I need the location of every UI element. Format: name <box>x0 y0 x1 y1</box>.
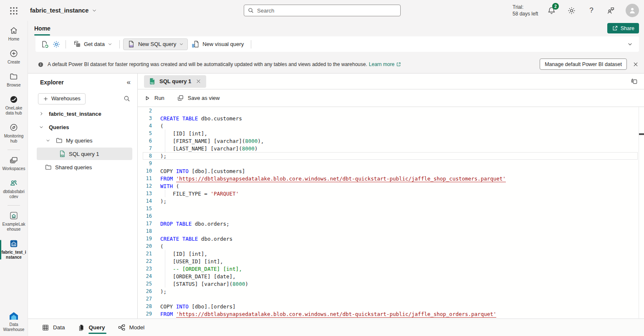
chevron-down-icon[interactable] <box>38 124 45 130</box>
save-as-view-button[interactable]: Save as view <box>177 94 220 102</box>
code-line-9[interactable]: 9 <box>138 160 639 167</box>
ribbon-expander-chevron[interactable] <box>624 38 636 50</box>
tree-item-my-queries[interactable]: My queries <box>28 134 137 147</box>
new-visual-query-button[interactable]: New visual query <box>188 38 247 50</box>
query-toolbar: Run Save as view <box>138 89 644 107</box>
chevron-down-icon <box>92 8 97 13</box>
rail-item-onelake-data-hub[interactable]: OneLakedata hub <box>0 92 28 120</box>
code-line-29[interactable]: 29FROM 'https://dbtlabsynapsedatalake.bl… <box>138 310 639 318</box>
code-line-16[interactable]: 16 <box>138 212 639 220</box>
code-line-7[interactable]: 7 [LAST_NAME] [varchar](8000) <box>138 145 639 152</box>
feedback-button[interactable] <box>606 6 615 15</box>
tree-item-shared-queries[interactable]: Shared queries <box>28 160 137 174</box>
code-line-24[interactable]: 24 [ORDER_DATE] [date], <box>138 272 639 280</box>
copy-icon[interactable] <box>631 78 638 85</box>
code-line-23[interactable]: 23 -- [ORDER_DATE] [int], <box>138 265 639 272</box>
code-line-21[interactable]: 21 [ID] [int], <box>138 250 639 257</box>
code-line-3[interactable]: 3CREATE TABLE dbo.customers <box>138 115 639 122</box>
main-content: Explorer « Warehouses fabric_test_instan… <box>28 73 644 318</box>
rail-item-label: Workspaces <box>3 166 25 171</box>
code-line-5[interactable]: 5 [ID] [int], <box>138 130 639 137</box>
code-line-13[interactable]: 13 FILE_TYPE = 'PARQUET' <box>138 190 639 197</box>
code-line-20[interactable]: 20( <box>138 242 639 250</box>
chevron-down-icon[interactable] <box>45 137 51 144</box>
code-line-18[interactable]: 18 <box>138 227 639 235</box>
tree-item-queries[interactable]: Queries <box>28 120 137 134</box>
refresh-query-button[interactable] <box>39 38 51 50</box>
learn-more-link[interactable]: Learn more <box>369 61 401 67</box>
sql-code-area[interactable]: 23CREATE TABLE dbo.customers4(5 [ID] [in… <box>138 107 639 318</box>
rail-item-data-warehouse[interactable]: DataWarehouse <box>0 308 28 336</box>
code-line-26[interactable]: 26); <box>138 288 639 295</box>
global-search[interactable] <box>244 5 401 16</box>
app-launcher-icon[interactable] <box>8 5 19 16</box>
rail-item-monitoring-hub[interactable]: Monitoringhub <box>0 120 28 148</box>
line-number: 27 <box>138 296 152 302</box>
code-line-17[interactable]: 17DROP TABLE dbo.orders; <box>138 220 639 227</box>
tree-item-sql-query-1[interactable]: SQLSQL query 1 <box>28 147 137 160</box>
code-text: COPY INTO [dbo].[customers] <box>160 168 245 174</box>
view-tab-data[interactable]: Data <box>42 319 65 336</box>
new-sql-query-button[interactable]: SQL New SQL query <box>123 38 188 50</box>
rail-item-workspaces[interactable]: Workspaces <box>0 152 28 175</box>
view-tab-model[interactable]: Model <box>118 319 145 336</box>
chevron-right-icon[interactable] <box>38 110 45 117</box>
line-number: 23 <box>138 266 152 272</box>
line-number: 18 <box>138 228 152 234</box>
model-icon <box>118 323 126 331</box>
code-line-15[interactable]: 15 <box>138 205 639 212</box>
rail-item-dbtlabsfabricdev[interactable]: dbtlabsfabricdev <box>0 175 28 203</box>
code-line-10[interactable]: 10COPY INTO [dbo].[customers] <box>138 167 639 175</box>
rail-item-examplelakehouse[interactable]: ExampleLakehouse <box>0 208 28 236</box>
search-input[interactable] <box>257 8 397 14</box>
rail-item-label: OneLakedata hub <box>5 106 23 116</box>
tab-sql-query-1[interactable]: SQL SQL query 1 <box>144 75 206 88</box>
rail-item-fabric-test-instance[interactable]: fabric_test_instance <box>0 236 28 264</box>
editor-scrollbar[interactable] <box>639 107 644 318</box>
tree-item-fabric-test-instance[interactable]: fabric_test_instance <box>28 107 137 120</box>
code-line-11[interactable]: 11FROM 'https://dbtlabsynapsedatalake.bl… <box>138 175 639 182</box>
get-data-button[interactable]: Get data <box>69 38 116 50</box>
code-line-12[interactable]: 12WITH ( <box>138 182 639 190</box>
code-line-28[interactable]: 28COPY INTO [dbo].[orders] <box>138 303 639 310</box>
code-line-25[interactable]: 25 [STATUS] [varchar](8000) <box>138 280 639 288</box>
code-line-19[interactable]: 19CREATE TABLE dbo.orders <box>138 235 639 242</box>
code-text: COPY INTO [dbo].[orders] <box>160 303 236 310</box>
explorer-tree: fabric_test_instanceQueriesMy queriesSQL… <box>28 107 137 174</box>
code-line-2[interactable]: 2 <box>138 107 639 115</box>
code-line-6[interactable]: 6 [FIRST_NAME] [varchar](8000), <box>138 137 639 145</box>
banner-close-icon[interactable] <box>631 60 640 69</box>
default-dataset-banner: A default Power BI dataset for faster re… <box>28 59 644 70</box>
indent-guide <box>165 130 165 137</box>
rail-item-create[interactable]: Create <box>0 46 28 69</box>
query-settings-gear-icon[interactable] <box>51 38 62 50</box>
notifications-button[interactable]: 2 <box>547 6 556 15</box>
tree-item-label: My queries <box>66 137 93 144</box>
collapse-panel-icon[interactable]: « <box>127 78 131 87</box>
code-line-14[interactable]: 14); <box>138 197 639 205</box>
tab-home[interactable]: Home <box>34 21 51 36</box>
code-line-8[interactable]: 8); <box>138 152 639 160</box>
help-button[interactable]: ? <box>587 6 596 15</box>
settings-gear-icon[interactable] <box>567 6 576 15</box>
rail-item-browse[interactable]: Browse <box>0 69 28 92</box>
explorer-search-icon[interactable] <box>123 95 131 102</box>
add-warehouses-button[interactable]: Warehouses <box>38 93 86 104</box>
code-line-27[interactable]: 27 <box>138 295 639 303</box>
manage-default-dataset-button[interactable]: Manage default Power BI dataset <box>540 59 627 70</box>
view-tab-query[interactable]: Query <box>78 319 105 336</box>
run-button[interactable]: Run <box>144 95 164 102</box>
view-tab-label: Query <box>89 324 105 331</box>
share-button[interactable]: Share <box>607 23 639 33</box>
line-number: 26 <box>138 288 152 294</box>
rail-item-home[interactable]: Home <box>0 23 28 46</box>
code-line-22[interactable]: 22 [USER_ID] [int], <box>138 257 639 265</box>
account-avatar[interactable] <box>626 4 639 17</box>
tab-close-icon[interactable] <box>195 78 202 85</box>
code-line-4[interactable]: 4( <box>138 122 639 130</box>
scrollbar-cursor-marker[interactable] <box>639 133 644 135</box>
line-number: 4 <box>138 123 152 129</box>
line-number: 10 <box>138 168 152 174</box>
line-number: 20 <box>138 243 152 249</box>
workspace-switcher[interactable]: fabric_test_instance <box>30 0 97 21</box>
